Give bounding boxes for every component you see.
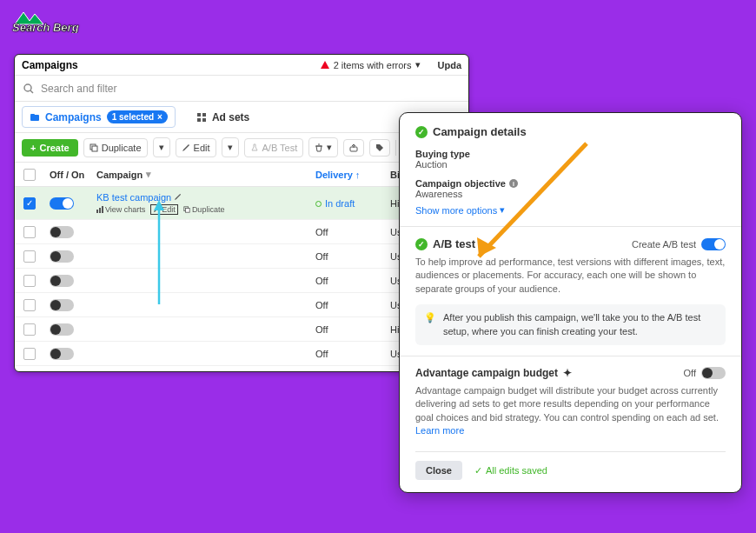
edit-dropdown[interactable]: ▾: [222, 137, 239, 157]
chevron-down-icon: ▾: [415, 59, 421, 70]
folder-icon: [30, 112, 40, 123]
search-icon: [23, 83, 34, 94]
delivery-status: Off: [310, 276, 385, 286]
svg-rect-8: [202, 118, 206, 122]
abtest-toggle[interactable]: [701, 238, 726, 250]
delivery-status: Off: [310, 349, 385, 359]
delivery-status: Off: [310, 324, 385, 335]
svg-text:Search Berg: Search Berg: [12, 21, 79, 33]
export-button[interactable]: [343, 139, 364, 157]
buying-type-value: Auction: [415, 159, 726, 170]
advantage-off-label: Off: [684, 368, 696, 378]
row-toggle[interactable]: [50, 348, 74, 360]
close-button[interactable]: Close: [415, 461, 462, 480]
svg-rect-5: [197, 113, 201, 117]
advantage-title: Advantage campaign budget: [415, 367, 558, 379]
svg-rect-16: [185, 208, 189, 212]
objective-value: Awareness: [415, 189, 726, 199]
row-checkbox[interactable]: [23, 250, 36, 263]
section-divider: [400, 356, 741, 356]
objective-label: Campaign objectivei: [415, 178, 726, 189]
svg-rect-7: [197, 118, 201, 122]
export-icon: [349, 143, 358, 152]
delivery-status: Off: [310, 251, 385, 262]
status-dot-icon: [315, 201, 322, 207]
delivery-status: In draft: [325, 198, 355, 209]
learn-more-link[interactable]: Learn more: [415, 425, 464, 436]
tag-button[interactable]: [369, 139, 390, 157]
row-checkbox[interactable]: [23, 323, 36, 336]
svg-rect-10: [92, 146, 97, 151]
window-title: Campaigns: [22, 59, 78, 71]
row-toggle[interactable]: [50, 250, 74, 263]
toolbar-divider: [395, 140, 396, 156]
row-checkbox[interactable]: ✓: [23, 197, 36, 210]
row-toggle[interactable]: [50, 372, 74, 373]
select-all-checkbox[interactable]: [23, 169, 36, 181]
tab-campaigns[interactable]: Campaigns 1 selected ×: [22, 106, 176, 128]
edit-action[interactable]: Edit: [150, 204, 178, 215]
pencil-icon: [174, 193, 182, 201]
edit-button[interactable]: Edit: [176, 138, 216, 157]
row-toggle[interactable]: [50, 197, 74, 210]
flask-icon: [250, 143, 259, 152]
clear-selection-icon[interactable]: ×: [157, 112, 162, 122]
advantage-toggle[interactable]: [701, 367, 726, 379]
svg-point-1: [24, 84, 31, 91]
window-titlebar: Campaigns 2 items with errors ▾ Upda: [15, 55, 468, 76]
abtest-description: To help improve ad performance, test ver…: [415, 256, 726, 296]
save-status: ✓All edits saved: [474, 465, 547, 476]
tag-icon: [375, 143, 384, 152]
info-icon[interactable]: i: [509, 179, 518, 188]
search-placeholder: Search and filter: [41, 83, 116, 95]
svg-rect-3: [30, 115, 39, 121]
col-delivery[interactable]: Delivery ↑: [310, 170, 385, 180]
create-button[interactable]: +Create: [22, 139, 78, 157]
row-toggle[interactable]: [50, 275, 74, 287]
error-banner[interactable]: 2 items with errors ▾: [320, 59, 421, 70]
row-checkbox[interactable]: [23, 348, 36, 360]
check-circle-icon: ✓: [415, 238, 428, 250]
svg-rect-13: [99, 208, 101, 213]
pencil-icon: [182, 143, 190, 152]
view-charts-action[interactable]: View charts: [96, 204, 145, 215]
row-toggle[interactable]: [50, 226, 74, 238]
check-icon: ✓: [474, 465, 482, 476]
svg-rect-14: [102, 206, 103, 213]
row-checkbox[interactable]: [23, 299, 36, 311]
selected-count-pill: 1 selected ×: [107, 110, 168, 123]
lightbulb-icon: 💡: [424, 311, 436, 338]
abtest-tip: 💡 After you publish this campaign, we'll…: [415, 304, 726, 345]
row-toggle[interactable]: [50, 299, 74, 311]
section-divider: [400, 226, 741, 227]
duplicate-dropdown[interactable]: ▾: [153, 137, 170, 157]
row-checkbox[interactable]: [23, 226, 36, 238]
plus-icon: +: [30, 143, 36, 153]
campaign-name-link[interactable]: KB test campaign: [96, 192, 182, 203]
row-checkbox[interactable]: [23, 372, 36, 373]
campaign-details-panel: ✓Campaign details Buying type Auction Ca…: [399, 112, 742, 493]
copy-icon: [90, 143, 98, 152]
tab-adsets[interactable]: Ad sets: [189, 108, 256, 127]
col-campaign[interactable]: Campaign▾: [91, 169, 310, 180]
abtest-section-header: ✓A/B test Create A/B test: [415, 237, 726, 250]
col-offon[interactable]: Off / On: [44, 170, 91, 180]
duplicate-button[interactable]: Duplicate: [83, 138, 148, 157]
warning-icon: [320, 60, 330, 70]
abtest-button[interactable]: A/B Test: [244, 138, 304, 157]
svg-rect-12: [96, 210, 98, 213]
delivery-status: Off: [310, 227, 385, 237]
row-toggle[interactable]: [50, 323, 74, 336]
search-bar[interactable]: Search and filter: [15, 76, 468, 102]
row-checkbox[interactable]: [23, 275, 36, 287]
panel-title: ✓Campaign details: [415, 125, 726, 138]
delivery-status: Off: [310, 300, 385, 310]
duplicate-action[interactable]: Duplicate: [183, 204, 225, 215]
advantage-section-header: Advantage campaign budget✦ Off: [415, 367, 726, 379]
show-more-link[interactable]: Show more options▾: [415, 204, 726, 216]
svg-rect-4: [30, 114, 35, 116]
copy-icon: [183, 206, 190, 213]
check-circle-icon: ✓: [415, 126, 428, 138]
delete-button[interactable]: ▾: [308, 137, 338, 157]
grid-icon: [196, 112, 207, 123]
